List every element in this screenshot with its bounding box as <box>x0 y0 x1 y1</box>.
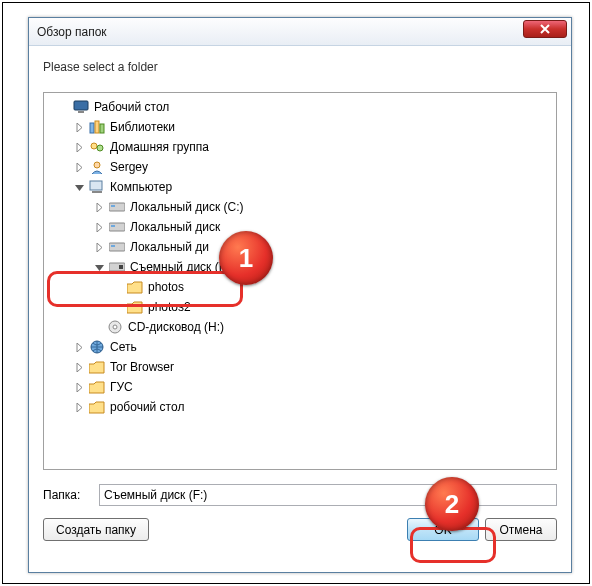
tree-label: Sergey <box>110 160 148 174</box>
path-label: Папка: <box>43 488 99 502</box>
window-title: Обзор папок <box>37 25 565 39</box>
svg-rect-8 <box>90 181 102 190</box>
expand-icon[interactable] <box>92 220 106 234</box>
folder-icon <box>88 359 106 375</box>
svg-rect-13 <box>111 225 115 227</box>
tree-node-network[interactable]: Сеть <box>44 337 556 357</box>
tree-label: Tor Browser <box>110 360 174 374</box>
svg-point-6 <box>97 145 103 151</box>
folder-icon <box>126 279 144 295</box>
svg-rect-1 <box>78 111 84 113</box>
tree-node-cd-h[interactable]: CD-дисковод (H:) <box>44 317 556 337</box>
expand-icon[interactable] <box>72 120 86 134</box>
expand-icon[interactable] <box>92 200 106 214</box>
folder-tree[interactable]: Рабочий стол Библиотеки Домаш <box>43 92 557 470</box>
tree-node-libraries[interactable]: Библиотеки <box>44 117 556 137</box>
tree-label: photos <box>148 280 184 294</box>
expand-icon[interactable] <box>72 140 86 154</box>
expand-icon[interactable] <box>72 360 86 374</box>
removable-drive-icon <box>108 259 126 275</box>
collapse-icon[interactable] <box>92 260 106 274</box>
desktop-icon <box>72 99 90 115</box>
screenshot-frame: Обзор папок Please select a folder Рабоч… <box>2 2 590 584</box>
cd-drive-icon <box>106 319 124 335</box>
tree-label: Локальный диск <box>130 220 220 234</box>
tree-label: Сеть <box>110 340 137 354</box>
svg-rect-2 <box>90 123 94 133</box>
tree-node-removable-f[interactable]: Съемный диск (F <box>44 257 556 277</box>
tree-node-photos[interactable]: photos <box>44 277 556 297</box>
path-row: Папка: <box>43 484 557 506</box>
expand-icon[interactable] <box>72 160 86 174</box>
tree-node-desktop[interactable]: Рабочий стол <box>44 97 556 117</box>
svg-rect-17 <box>119 265 123 269</box>
homegroup-icon <box>88 139 106 155</box>
drive-icon <box>108 219 126 235</box>
computer-icon <box>88 179 106 195</box>
tree-label: Домашняя группа <box>110 140 209 154</box>
expand-icon[interactable] <box>72 380 86 394</box>
folder-icon <box>88 379 106 395</box>
tree-node-drive-e[interactable]: Локальный ди <box>44 237 556 257</box>
tree-node-desktop2[interactable]: робочий стол <box>44 397 556 417</box>
svg-point-19 <box>113 325 117 329</box>
tree-label: Съемный диск (F <box>130 260 226 274</box>
tree-node-computer[interactable]: Компьютер <box>44 177 556 197</box>
dialog-buttons: Создать папку OK Отмена <box>43 518 557 541</box>
cancel-button[interactable]: Отмена <box>485 518 557 541</box>
folder-icon <box>126 299 144 315</box>
user-icon <box>88 159 106 175</box>
tree-node-homegroup[interactable]: Домашняя группа <box>44 137 556 157</box>
tree-label: Компьютер <box>110 180 172 194</box>
svg-point-5 <box>91 143 97 149</box>
expand-icon[interactable] <box>72 340 86 354</box>
expand-icon[interactable] <box>92 240 106 254</box>
drive-icon <box>108 199 126 215</box>
tree-label: робочий стол <box>110 400 184 414</box>
tree-label: Локальный диск (C:) <box>130 200 244 214</box>
ok-button[interactable]: OK <box>407 518 479 541</box>
drive-icon <box>108 239 126 255</box>
libraries-icon <box>88 119 106 135</box>
tree-node-drive-c[interactable]: Локальный диск (C:) <box>44 197 556 217</box>
path-input[interactable] <box>99 484 557 506</box>
svg-rect-11 <box>111 205 115 207</box>
tree-label: Рабочий стол <box>94 100 169 114</box>
svg-rect-4 <box>100 124 104 133</box>
new-folder-button[interactable]: Создать папку <box>43 518 149 541</box>
close-icon <box>540 24 550 34</box>
tree-label: Локальный ди <box>130 240 209 254</box>
tree-node-gus[interactable]: ГУС <box>44 377 556 397</box>
folder-icon <box>88 399 106 415</box>
svg-rect-9 <box>92 191 102 193</box>
expand-icon[interactable] <box>72 400 86 414</box>
svg-rect-3 <box>95 121 99 133</box>
tree-label: Библиотеки <box>110 120 175 134</box>
tree-node-photos2[interactable]: photos2 <box>44 297 556 317</box>
tree-node-drive-d[interactable]: Локальный диск <box>44 217 556 237</box>
titlebar[interactable]: Обзор папок <box>29 18 571 46</box>
tree-label: ГУС <box>110 380 133 394</box>
collapse-icon[interactable] <box>72 180 86 194</box>
browse-folder-dialog: Обзор папок Please select a folder Рабоч… <box>28 17 572 573</box>
svg-rect-0 <box>74 101 88 110</box>
tree-label: CD-дисковод (H:) <box>128 320 224 334</box>
tree-node-user[interactable]: Sergey <box>44 157 556 177</box>
tree-node-tor[interactable]: Tor Browser <box>44 357 556 377</box>
svg-point-7 <box>94 162 100 168</box>
tree-label: photos2 <box>148 300 191 314</box>
network-icon <box>88 339 106 355</box>
svg-rect-15 <box>111 245 115 247</box>
close-button[interactable] <box>523 20 567 38</box>
instruction-text: Please select a folder <box>29 46 571 82</box>
